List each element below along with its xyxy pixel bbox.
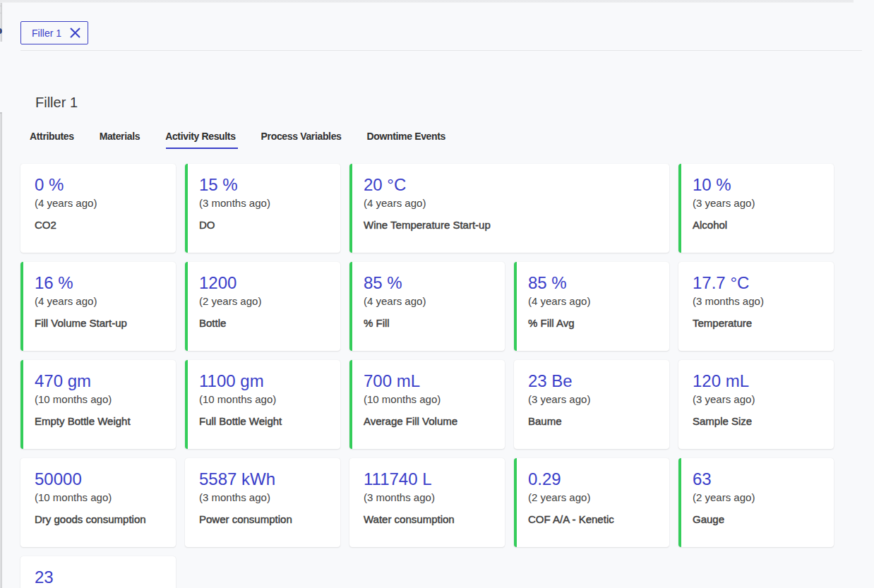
result-label: % Fill (364, 316, 493, 330)
result-value: 0 % (35, 175, 164, 195)
result-timestamp: (10 months ago) (199, 392, 329, 407)
result-label: CO2 (35, 218, 164, 232)
result-label: Sample Size (693, 414, 822, 428)
result-value: 23 Be (528, 371, 658, 391)
left-panel-divider (0, 6, 2, 6)
result-label: Temperature (693, 316, 822, 330)
result-value: 700 mL (364, 371, 493, 391)
result-card-do[interactable]: 15 % (3 months ago) DO (185, 164, 340, 253)
result-card-temperature[interactable]: 17.7 °C (3 months ago) Temperature (678, 262, 834, 351)
left-panel-header-edge (0, 3, 2, 42)
result-label: Wine Temperature Start-up (364, 218, 658, 232)
result-timestamp: (3 years ago) (693, 392, 822, 407)
result-value: 470 gm (35, 371, 164, 391)
result-card-gauge[interactable]: 63 (2 years ago) Gauge (678, 458, 834, 547)
result-value: 0.29 (528, 469, 658, 489)
result-label: Average Fill Volume (364, 414, 493, 428)
result-value: 20 °C (364, 175, 658, 195)
result-card--fill-avg[interactable]: 85 % (4 years ago) % Fill Avg (514, 262, 669, 351)
result-card-dry-goods-consumption[interactable]: 50000 (10 months ago) Dry goods consumpt… (20, 458, 176, 547)
result-card-sample-size[interactable]: 120 mL (3 years ago) Sample Size (678, 360, 834, 449)
tab-bar: Attributes Materials Activity Results Pr… (17, 129, 458, 149)
header-divider (20, 50, 862, 51)
result-timestamp: (3 years ago) (693, 196, 822, 210)
result-timestamp: (10 months ago) (364, 392, 493, 407)
result-value: 63 (693, 469, 822, 489)
tab-process-variables[interactable]: Process Variables (249, 129, 354, 149)
result-timestamp: (3 years ago) (528, 392, 658, 407)
result-timestamp: (2 years ago) (199, 294, 329, 308)
result-label: Power consumption (199, 512, 329, 527)
result-value: 10 % (693, 175, 822, 195)
result-card-water-consumption[interactable]: 111740 L (3 months ago) Water consumptio… (349, 458, 505, 547)
page-title: Filler 1 (35, 92, 78, 112)
result-card-co2[interactable]: 0 % (4 years ago) CO2 (20, 164, 176, 253)
result-card-23[interactable]: 23 (20, 556, 176, 588)
result-label: Alcohol (693, 218, 822, 232)
result-label: % Fill Avg (528, 316, 658, 330)
result-timestamp: (4 years ago) (528, 294, 658, 308)
result-card-average-fill-volume[interactable]: 700 mL (10 months ago) Average Fill Volu… (349, 360, 505, 449)
result-label: Empty Bottle Weight (35, 414, 164, 428)
filter-chip-label: Filler 1 (32, 28, 61, 39)
result-card-fill-volume-start-up[interactable]: 16 % (4 years ago) Fill Volume Start-up (20, 262, 176, 351)
result-timestamp: (4 years ago) (364, 294, 493, 308)
result-label: Bottle (199, 316, 329, 330)
result-timestamp: (3 months ago) (693, 294, 822, 308)
result-label: Full Bottle Weight (199, 414, 329, 428)
result-value: 111740 L (364, 469, 493, 489)
result-card-power-consumption[interactable]: 5587 kWh (3 months ago) Power consumptio… (185, 458, 340, 547)
result-card-full-bottle-weight[interactable]: 1100 gm (10 months ago) Full Bottle Weig… (185, 360, 340, 449)
tab-activity-results[interactable]: Activity Results (152, 129, 248, 149)
result-value: 15 % (199, 175, 329, 195)
filter-chip-filler-1[interactable]: Filler 1 (20, 21, 88, 44)
close-icon[interactable] (70, 28, 80, 38)
results-grid: 0 % (4 years ago) CO2 15 % (3 months ago… (20, 164, 834, 588)
result-value: 1200 (199, 273, 329, 293)
result-value: 85 % (364, 273, 493, 293)
left-panel-footer-edge (0, 112, 2, 588)
result-timestamp: (4 years ago) (35, 294, 164, 308)
result-label: Water consumption (364, 512, 493, 527)
result-label: Dry goods consumption (35, 512, 164, 527)
result-value: 50000 (35, 469, 164, 489)
result-timestamp: (10 months ago) (35, 392, 164, 407)
result-timestamp: (10 months ago) (35, 491, 164, 505)
tab-downtime-events[interactable]: Downtime Events (354, 129, 458, 149)
result-label: DO (199, 218, 329, 232)
result-timestamp: (3 months ago) (199, 196, 329, 210)
result-card-alcohol[interactable]: 10 % (3 years ago) Alcohol (678, 164, 834, 253)
result-value: 5587 kWh (199, 469, 329, 489)
result-card-cof-a-a-kenetic[interactable]: 0.29 (2 years ago) COF A/A - Kenetic (514, 458, 669, 547)
result-value: 23 (35, 568, 164, 587)
result-timestamp: (4 years ago) (35, 196, 164, 210)
tab-materials[interactable]: Materials (87, 129, 153, 149)
result-value: 1100 gm (199, 371, 329, 391)
left-panel-divider (0, 13, 2, 13)
tab-attributes[interactable]: Attributes (17, 129, 87, 149)
result-card-baume[interactable]: 23 Be (3 years ago) Baume (514, 360, 669, 449)
result-card--fill[interactable]: 85 % (4 years ago) % Fill (349, 262, 505, 351)
result-card-empty-bottle-weight[interactable]: 470 gm (10 months ago) Empty Bottle Weig… (20, 360, 176, 449)
result-value: 85 % (528, 273, 658, 293)
result-label: Baume (528, 414, 658, 428)
result-value: 16 % (35, 273, 164, 293)
result-value: 120 mL (693, 371, 822, 391)
result-timestamp: (2 years ago) (528, 491, 658, 505)
toolbar-bottom-edge (0, 0, 854, 3)
result-label: Gauge (693, 512, 822, 527)
collapsed-left-panel-edge (0, 3, 3, 588)
result-label: COF A/A - Kenetic (528, 512, 658, 527)
result-card-wine-temperature-start-up[interactable]: 20 °C (4 years ago) Wine Temperature Sta… (349, 164, 669, 253)
result-value: 17.7 °C (693, 273, 822, 293)
result-label: Fill Volume Start-up (35, 316, 164, 330)
result-card-bottle[interactable]: 1200 (2 years ago) Bottle (185, 262, 340, 351)
result-timestamp: (2 years ago) (693, 491, 822, 505)
result-timestamp: (3 months ago) (364, 491, 493, 505)
result-timestamp: (3 months ago) (199, 491, 329, 505)
result-timestamp: (4 years ago) (364, 196, 658, 210)
